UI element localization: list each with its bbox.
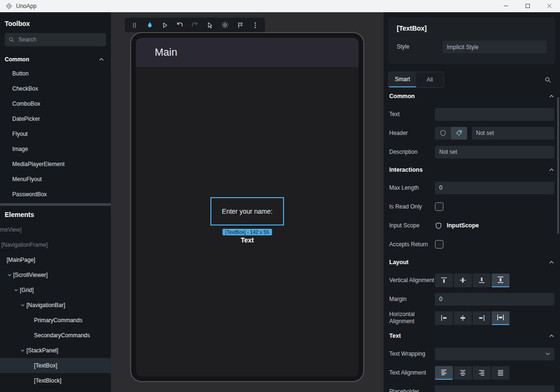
align-left-button[interactable] bbox=[435, 311, 453, 325]
tab-smart[interactable]: Smart bbox=[389, 72, 416, 87]
property-label: Placeholder bbox=[389, 388, 435, 392]
drag-handle-icon[interactable] bbox=[130, 21, 139, 29]
search-input[interactable] bbox=[18, 36, 102, 43]
toolbox-item-combobox[interactable]: ComboBox bbox=[0, 96, 111, 111]
align-hstretch-button[interactable] bbox=[492, 311, 510, 325]
section-common[interactable]: Common bbox=[389, 88, 554, 105]
header-tag-toggle[interactable] bbox=[451, 127, 467, 140]
toolbox-item-button[interactable]: Button bbox=[0, 66, 111, 81]
style-input[interactable] bbox=[443, 41, 547, 53]
tree-item-textbox[interactable]: [TextBox] bbox=[0, 358, 111, 373]
properties-panel: [TextBox] Style Smart All Common Text bbox=[384, 12, 560, 392]
chevron-down-icon bbox=[545, 351, 551, 356]
tree-item-primarycommands[interactable]: PrimaryCommands bbox=[0, 313, 111, 328]
align-hcenter-button[interactable] bbox=[454, 311, 472, 325]
accepts-return-checkbox[interactable] bbox=[435, 240, 443, 249]
toolbox-item-checkbox[interactable]: CheckBox bbox=[0, 81, 111, 96]
theme-sun-icon[interactable] bbox=[221, 21, 229, 29]
section-title: Interactions bbox=[389, 167, 423, 173]
text-wrapping-select[interactable] bbox=[435, 348, 554, 360]
section-common-label: Common bbox=[5, 56, 29, 63]
text-align-center-button[interactable] bbox=[454, 366, 472, 380]
header-input[interactable] bbox=[472, 127, 554, 140]
toolbox-item-menuflyout[interactable]: MenuFlyout bbox=[0, 172, 111, 187]
chevron-down-icon[interactable] bbox=[12, 288, 20, 292]
tree-item-label: [Grid] bbox=[20, 287, 33, 293]
toolbox-item-passwordbox[interactable]: PasswordBox bbox=[0, 187, 111, 202]
tree-item-navigationbar[interactable]: [NavigationBar] bbox=[0, 298, 111, 313]
tree-item-secondarycommands[interactable]: SecondaryCommands bbox=[0, 328, 111, 343]
is-read-only-checkbox[interactable] bbox=[435, 202, 443, 211]
align-vcenter-button[interactable] bbox=[454, 274, 472, 287]
tree-item-label: [NavigationBar] bbox=[26, 302, 65, 309]
toolbox-item-image[interactable]: Image bbox=[0, 142, 111, 157]
section-layout[interactable]: Layout bbox=[389, 254, 554, 271]
tree-item-textblock[interactable]: [TextBlock] bbox=[0, 373, 111, 388]
preview-body: Enter your name: [TextBox] - 142 x 55 Te… bbox=[136, 67, 359, 376]
toolbox-horizontal-scrollbar bbox=[0, 203, 111, 206]
text-align-left-button[interactable] bbox=[435, 366, 453, 380]
chevron-up-icon bbox=[549, 260, 554, 265]
toolbox-item-flyout[interactable]: Flyout bbox=[0, 126, 111, 142]
property-row-textwrapping: Text Wrapping bbox=[389, 344, 554, 363]
toolbox-section-common[interactable]: Common bbox=[0, 53, 111, 66]
play-icon[interactable] bbox=[160, 21, 169, 29]
margin-input[interactable] bbox=[435, 293, 554, 306]
text-align-right-icon bbox=[478, 369, 485, 376]
tree-item-navigationframe[interactable]: [NavigationFrame] bbox=[0, 237, 111, 252]
placeholder-input[interactable] bbox=[435, 385, 554, 392]
align-top-button[interactable] bbox=[435, 274, 453, 287]
input-scope-value[interactable]: InputScope bbox=[447, 222, 479, 229]
elements-title: Elements bbox=[0, 206, 111, 222]
section-text[interactable]: Text bbox=[389, 327, 554, 344]
properties-list: Common Text Header bbox=[384, 88, 560, 392]
toolbox-item-datepicker[interactable]: DatePicker bbox=[0, 111, 111, 126]
chevron-down-icon[interactable] bbox=[6, 273, 13, 277]
align-right-button[interactable] bbox=[473, 311, 491, 325]
close-button[interactable] bbox=[538, 0, 560, 12]
section-interactions[interactable]: Interactions bbox=[389, 161, 554, 178]
inspector-icon[interactable] bbox=[206, 21, 214, 29]
redo-icon[interactable] bbox=[191, 21, 199, 29]
text-align-justify-button[interactable] bbox=[492, 366, 510, 380]
max-length-input[interactable] bbox=[435, 182, 554, 194]
chevron-down-icon[interactable] bbox=[19, 303, 26, 308]
tree-item-label: [TextBox] bbox=[34, 362, 57, 369]
description-input[interactable] bbox=[435, 146, 554, 158]
device-frame: Main Enter your name: [TextBox] - 142 x … bbox=[130, 32, 364, 382]
minimize-button[interactable] bbox=[495, 0, 517, 12]
toolbox-search[interactable] bbox=[5, 33, 106, 46]
tree-item-frameview[interactable]: meView] bbox=[0, 222, 111, 237]
property-row-textalignment: Text Alignment bbox=[389, 363, 554, 382]
tree-item-stackpanel[interactable]: [StackPanel] bbox=[0, 343, 111, 358]
toolbox-item-mediaplayerelement[interactable]: MediaPlayerElement bbox=[0, 157, 111, 172]
section-title: Layout bbox=[389, 259, 409, 266]
tree-item-scrollviewer[interactable]: [ScrollViewer] bbox=[0, 267, 111, 283]
more-icon[interactable] bbox=[251, 21, 259, 29]
undo-icon[interactable] bbox=[176, 21, 184, 29]
chevron-down-icon[interactable] bbox=[19, 348, 26, 353]
maximize-button[interactable] bbox=[517, 0, 538, 12]
shield-icon bbox=[440, 130, 446, 136]
text-input[interactable] bbox=[435, 108, 554, 121]
search-icon bbox=[8, 37, 15, 43]
scrollbar-thumb[interactable] bbox=[0, 203, 111, 206]
page-title: Main bbox=[155, 46, 177, 58]
selected-textbox[interactable]: Enter your name: bbox=[210, 197, 284, 225]
tab-all[interactable]: All bbox=[416, 72, 443, 87]
align-bottom-button[interactable] bbox=[473, 274, 491, 287]
property-label: Margin bbox=[389, 296, 435, 303]
properties-scrollbar-thumb[interactable] bbox=[557, 97, 559, 234]
properties-search-icon[interactable] bbox=[544, 76, 552, 83]
text-align-right-button[interactable] bbox=[473, 366, 491, 380]
header-binding-toggle[interactable] bbox=[435, 127, 451, 140]
preview-textblock[interactable]: Text bbox=[241, 236, 254, 244]
tree-item-grid[interactable]: [Grid] bbox=[0, 283, 111, 298]
app-preview: Main Enter your name: [TextBox] - 142 x … bbox=[136, 38, 359, 376]
hot-reload-flame-icon[interactable] bbox=[145, 21, 154, 29]
align-bottom-icon bbox=[478, 276, 485, 284]
tree-item-mainpage[interactable]: [MainPage] bbox=[0, 252, 111, 267]
guides-icon[interactable] bbox=[236, 21, 244, 29]
align-vstretch-button[interactable] bbox=[492, 274, 510, 287]
property-label: Input Scope bbox=[389, 222, 435, 229]
